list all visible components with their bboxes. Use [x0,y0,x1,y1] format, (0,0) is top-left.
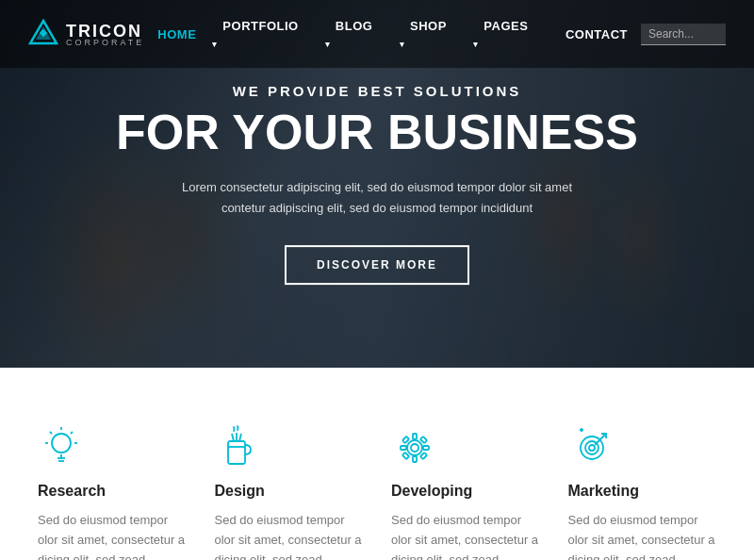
svg-rect-24 [420,453,427,459]
logo-icon [28,19,58,49]
svg-line-8 [71,432,73,434]
hero-subtitle: WE PROVIDE BEST SOLUTIONS [94,83,660,99]
feature-marketing: Marketing Sed do eiusmod tempor olor sit… [568,424,717,560]
brand-sub: CORPORATE [66,38,144,47]
feature-research-title: Research [38,483,187,500]
nav-link-home[interactable]: HOME [144,27,209,41]
svg-rect-22 [423,446,429,450]
nav-item-home[interactable]: HOME [144,25,209,42]
nav-links: HOME PORTFOLIO ▾ BLOG ▾ SHOP ▾ PAGES ▾ C… [144,17,641,51]
feature-marketing-title: Marketing [568,483,717,500]
svg-point-18 [411,444,418,452]
nav-item-shop[interactable]: SHOP ▾ [397,17,470,51]
feature-marketing-desc: Sed do eiusmod tempor olor sit amet, con… [568,511,717,560]
nav-link-shop[interactable]: SHOP ▾ [397,19,447,50]
design-icon [215,424,262,471]
feature-design: Design Sed do eiusmod tempor olor sit am… [215,424,364,560]
feature-developing: Developing Sed do eiusmod tempor olor si… [391,424,540,560]
svg-line-30 [595,434,606,445]
nav-link-portfolio[interactable]: PORTFOLIO ▾ [209,19,298,50]
nav-item-portfolio[interactable]: PORTFOLIO ▾ [209,17,321,51]
hero-title: FOR YOUR BUSINESS [94,107,660,158]
feature-research: Research Sed do eiusmod tempor olor sit … [38,424,187,560]
navbar: TRICON CORPORATE HOME PORTFOLIO ▾ BLOG ▾… [0,0,754,68]
features-section: Research Sed do eiusmod tempor olor sit … [0,368,754,560]
feature-developing-desc: Sed do eiusmod tempor olor sit amet, con… [391,511,540,560]
svg-line-10 [50,432,52,434]
svg-rect-25 [402,453,409,459]
svg-point-3 [52,434,71,453]
nav-item-contact[interactable]: CONTACT [552,25,641,42]
hero-description: Lorem consectetur adipiscing elit, sed d… [160,177,594,219]
nav-item-pages[interactable]: PAGES ▾ [470,17,552,51]
svg-line-14 [232,434,234,441]
nav-link-blog[interactable]: BLOG ▾ [322,19,373,50]
svg-rect-23 [402,436,409,443]
discover-more-button[interactable]: DISCOVER MORE [285,245,469,285]
svg-rect-26 [420,436,427,443]
nav-link-contact[interactable]: CONTACT [552,27,641,41]
svg-rect-20 [413,456,417,462]
svg-point-29 [589,445,595,451]
developing-icon [391,424,438,471]
research-icon [38,424,85,471]
feature-developing-title: Developing [391,483,540,500]
logo[interactable]: TRICON CORPORATE [28,19,144,49]
svg-rect-19 [413,434,417,439]
search-input[interactable] [641,24,726,45]
svg-point-17 [407,440,422,455]
feature-research-desc: Sed do eiusmod tempor olor sit amet, con… [38,511,187,560]
nav-item-blog[interactable]: BLOG ▾ [322,17,397,51]
nav-link-pages[interactable]: PAGES ▾ [470,19,528,50]
marketing-icon [568,424,615,471]
svg-rect-21 [401,446,406,450]
feature-design-title: Design [215,483,364,500]
svg-rect-12 [228,441,245,464]
feature-design-desc: Sed do eiusmod tempor olor sit amet, con… [215,511,364,560]
svg-line-16 [239,434,241,441]
